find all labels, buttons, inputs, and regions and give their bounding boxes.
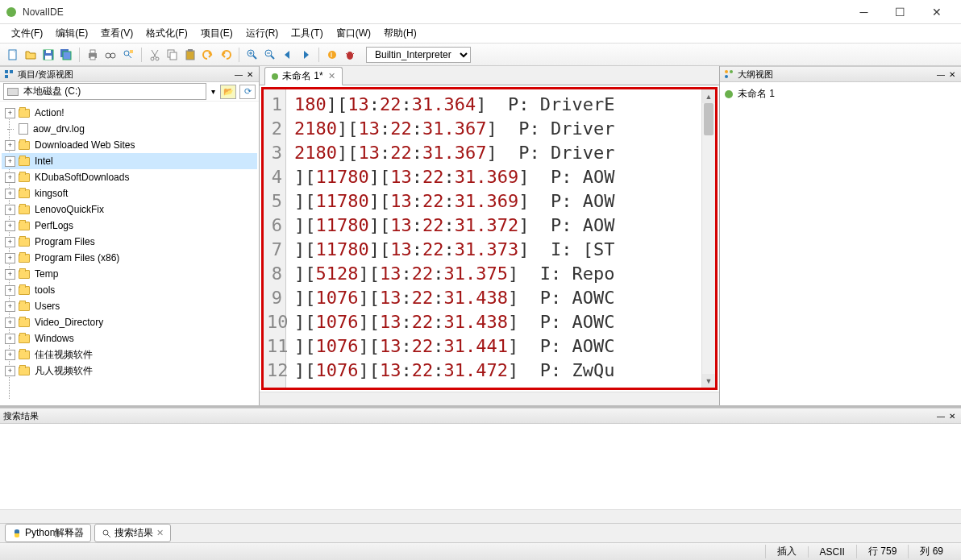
horizontal-scrollbar[interactable]	[260, 392, 719, 405]
search-panel-header: 搜索结果 — ✕	[0, 408, 961, 424]
tree-item[interactable]: +Video_Directory	[2, 314, 257, 330]
expand-icon[interactable]: +	[5, 205, 15, 215]
scroll-up-icon[interactable]: ▲	[702, 89, 715, 103]
refresh-button[interactable]: ⟳	[239, 85, 256, 99]
svg-rect-3	[45, 56, 52, 60]
tab-python-interpreter[interactable]: Python解释器	[5, 524, 91, 542]
folder-icon	[19, 334, 30, 343]
editor-tab[interactable]: 未命名 1* ✕	[264, 67, 343, 85]
tab-close-icon[interactable]: ✕	[328, 71, 335, 81]
outline-item[interactable]: 未命名 1	[725, 87, 956, 101]
menu-format[interactable]: 格式化(F)	[139, 25, 193, 42]
interpreter-select[interactable]: Builtin_Interpreter	[366, 47, 471, 63]
minimize-button[interactable]: ─	[846, 1, 882, 23]
expand-icon[interactable]: +	[5, 108, 15, 118]
copy-icon[interactable]	[164, 47, 181, 63]
tree-item[interactable]: +Program Files (x86)	[2, 250, 257, 266]
expand-icon[interactable]: +	[5, 317, 15, 328]
panel-close-icon[interactable]: ✕	[946, 68, 958, 80]
menu-edit[interactable]: 编辑(E)	[49, 25, 94, 42]
find-replace-icon[interactable]	[120, 47, 136, 63]
expand-icon[interactable]: +	[5, 285, 15, 296]
open-file-icon[interactable]	[23, 47, 39, 63]
tree-item[interactable]: +Program Files	[2, 234, 257, 250]
tab-close-icon[interactable]: ✕	[156, 528, 164, 538]
search-results[interactable]	[0, 424, 961, 509]
menu-tools[interactable]: 工具(T)	[285, 25, 329, 42]
menu-project[interactable]: 项目(E)	[194, 25, 239, 42]
tab-search-results[interactable]: 搜索结果 ✕	[94, 524, 171, 542]
panel-close-icon[interactable]: ✕	[946, 410, 958, 421]
save-all-icon[interactable]	[58, 47, 74, 63]
tree-item[interactable]: +Downloaded Web Sites	[2, 137, 257, 153]
zoom-in-icon[interactable]	[244, 47, 260, 63]
tree-item[interactable]: +凡人视频软件	[2, 363, 257, 379]
menu-view[interactable]: 查看(V)	[94, 25, 139, 42]
tree-item[interactable]: +Users	[2, 298, 257, 314]
panel-close-icon[interactable]: ✕	[244, 68, 256, 80]
nav-back-icon[interactable]	[280, 47, 296, 63]
drive-label: 本地磁盘 (C:)	[23, 85, 81, 98]
statusbar: 插入 ASCII 行 759 列 69	[0, 542, 961, 560]
chevron-down-icon[interactable]: ▾	[210, 85, 217, 97]
undo-icon[interactable]	[200, 47, 216, 63]
horizontal-scrollbar[interactable]	[0, 509, 961, 523]
run-icon[interactable]	[324, 47, 340, 63]
menu-run[interactable]: 运行(R)	[239, 25, 285, 42]
tree-item[interactable]: +Temp	[2, 266, 257, 282]
file-tree[interactable]: +Action!aow_drv.log+Downloaded Web Sites…	[0, 102, 259, 405]
tree-item[interactable]: +PerfLogs	[2, 218, 257, 234]
expand-icon[interactable]: +	[5, 156, 15, 167]
folder-icon	[19, 318, 30, 327]
folder-icon	[19, 205, 30, 214]
expand-icon[interactable]: +	[5, 172, 15, 183]
close-button[interactable]: ✕	[918, 1, 955, 23]
expand-icon[interactable]: +	[5, 189, 15, 199]
tree-item[interactable]: +kingsoft	[2, 185, 257, 201]
tree-item[interactable]: +tools	[2, 282, 257, 298]
tree-item-label: 佳佳视频软件	[35, 348, 93, 362]
nav-forward-icon[interactable]	[297, 47, 314, 63]
tree-item[interactable]: +佳佳视频软件	[2, 346, 257, 363]
tree-item[interactable]: +KDubaSoftDownloads	[2, 169, 257, 185]
vertical-scrollbar[interactable]: ▲ ▼	[701, 89, 715, 388]
editor-body[interactable]: 123456789101112 180][13:22:31.364] P: Dr…	[261, 87, 718, 390]
redo-icon[interactable]	[218, 47, 234, 63]
menu-file[interactable]: 文件(F)	[5, 25, 49, 42]
panel-minimize-icon[interactable]: —	[935, 68, 946, 80]
new-file-icon[interactable]	[5, 47, 21, 63]
svg-point-17	[156, 57, 159, 60]
cut-icon[interactable]	[147, 47, 163, 63]
panel-minimize-icon[interactable]: —	[935, 410, 946, 421]
code-content[interactable]: 180][13:22:31.364] P: DriverE2180][13:22…	[286, 89, 701, 388]
expand-icon[interactable]: +	[5, 269, 15, 280]
drive-select[interactable]: 本地磁盘 (C:)	[3, 83, 206, 100]
expand-icon[interactable]: +	[5, 221, 15, 231]
menu-window[interactable]: 窗口(W)	[330, 25, 377, 42]
save-icon[interactable]	[40, 47, 56, 63]
python-icon	[12, 529, 22, 538]
tree-item[interactable]: +Action!	[2, 105, 257, 121]
debug-icon[interactable]	[342, 47, 358, 63]
go-button[interactable]: 📂	[220, 85, 236, 99]
expand-icon[interactable]: +	[5, 237, 15, 247]
expand-icon[interactable]: +	[5, 366, 15, 376]
panel-minimize-icon[interactable]: —	[233, 68, 244, 80]
paste-icon[interactable]	[182, 47, 198, 63]
zoom-out-icon[interactable]	[262, 47, 278, 63]
tree-item[interactable]: aow_drv.log	[2, 121, 257, 137]
expand-icon[interactable]: +	[5, 334, 15, 344]
binoculars-icon[interactable]	[102, 47, 119, 63]
menu-help[interactable]: 帮助(H)	[377, 25, 423, 42]
tree-item[interactable]: +Windows	[2, 330, 257, 346]
expand-icon[interactable]: +	[5, 140, 15, 151]
expand-icon[interactable]: +	[5, 350, 15, 360]
scroll-thumb[interactable]	[704, 103, 713, 135]
maximize-button[interactable]: ☐	[882, 1, 918, 23]
print-icon[interactable]	[85, 47, 101, 63]
scroll-down-icon[interactable]: ▼	[702, 374, 715, 388]
tree-item[interactable]: +Intel	[2, 153, 257, 169]
expand-icon[interactable]: +	[5, 253, 15, 263]
expand-icon[interactable]: +	[5, 301, 15, 312]
tree-item[interactable]: +LenovoQuickFix	[2, 201, 257, 218]
